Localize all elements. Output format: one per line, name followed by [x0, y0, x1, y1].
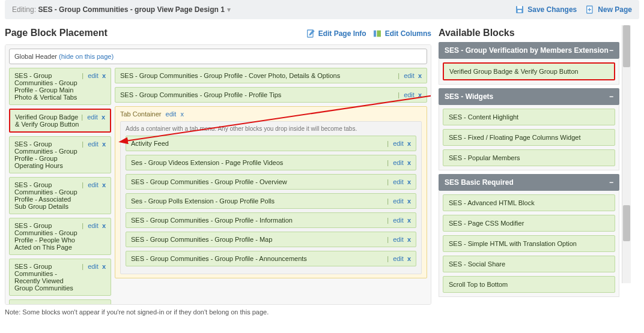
narrow-block[interactable]: SES - Group Communities - Group Profile … — [9, 136, 111, 173]
available-block[interactable]: SES - Social Share — [443, 256, 615, 272]
tab-container-block[interactable]: Tab Container edit x Adds a container wi… — [115, 106, 427, 278]
svg-rect-6 — [377, 31, 381, 37]
footnote: Note: Some blocks won't appear if you're… — [0, 305, 644, 316]
block-edit-link[interactable]: edit — [393, 159, 404, 166]
accordion-header[interactable]: SES - Group Verification by Members Exte… — [439, 42, 619, 59]
scrollbar-thumb[interactable] — [623, 25, 630, 67]
accordion-title: SES - Group Verification by Members Exte… — [445, 46, 609, 55]
block-edit-link[interactable]: edit — [88, 181, 99, 188]
save-button[interactable]: Save Changes — [515, 5, 577, 14]
collapse-icon[interactable]: − — [609, 46, 613, 55]
available-block[interactable]: SES - Page CSS Modifier — [443, 215, 615, 232]
block-label: SES - Group Communities - Recently Viewe… — [14, 263, 80, 292]
block-label: SES - Group Communities - Group Profile … — [131, 255, 385, 262]
left-panel-heading: Page Block Placement — [5, 28, 108, 38]
block-remove-link[interactable]: x — [407, 217, 411, 224]
column-wide[interactable]: SES - Group Communities - Group Profile … — [115, 68, 427, 305]
available-block[interactable]: SES - Fixed / Floating Page Columns Widg… — [443, 129, 615, 146]
tab-block[interactable]: Ses - Group Polls Extension - Group Prof… — [126, 193, 416, 209]
edit-page-info-link[interactable]: Edit Page Info — [306, 29, 366, 38]
block-edit-link[interactable]: edit — [88, 72, 99, 79]
edit-columns-link[interactable]: Edit Columns — [372, 29, 431, 38]
narrow-block[interactable]: SES - Group Communities - Recently Viewe… — [9, 259, 111, 296]
narrow-block[interactable]: SES - Group Communities - Group Profile … — [9, 177, 111, 214]
global-header-block[interactable]: Global Header (hide on this page) — [9, 49, 427, 64]
save-icon — [515, 5, 524, 14]
block-edit-link[interactable]: edit — [404, 72, 415, 79]
tab-container-edit[interactable]: edit — [166, 110, 177, 118]
block-label: SES - Group Communities - Group Profile … — [14, 140, 80, 169]
accordion-body: Verified Group Badge & Verify Group Butt… — [439, 59, 619, 85]
block-remove-link[interactable]: x — [418, 91, 422, 98]
tab-block[interactable]: SES - Group Communities - Group Profile … — [126, 212, 416, 228]
block-remove-link[interactable]: x — [407, 255, 411, 262]
tab-block[interactable]: Activity Feed|editx — [126, 136, 416, 151]
block-edit-link[interactable]: edit — [393, 236, 404, 243]
block-edit-link[interactable]: edit — [393, 178, 404, 185]
column-narrow[interactable]: SES - Group Communities - Group Profile … — [9, 68, 111, 305]
block-edit-link[interactable]: edit — [393, 255, 404, 262]
block-remove-link[interactable]: x — [102, 113, 105, 121]
block-remove-link[interactable]: x — [102, 181, 106, 188]
block-edit-link[interactable]: edit — [393, 197, 404, 205]
available-block[interactable]: SES - Advanced HTML Block — [443, 194, 615, 211]
columns-icon — [372, 29, 382, 38]
available-block[interactable]: SES - Content Highlight — [443, 109, 615, 125]
wide-block[interactable]: SES - Group Communities - Group Profile … — [115, 87, 427, 103]
page-dropdown[interactable]: ▾ — [227, 5, 231, 14]
tab-container-remove[interactable]: x — [180, 110, 184, 118]
block-label: SES - Group Communities - Group Profile … — [131, 217, 385, 224]
block-remove-link[interactable]: x — [418, 72, 422, 79]
svg-rect-1 — [517, 6, 522, 9]
scrollbar-thumb[interactable] — [623, 205, 630, 241]
block-edit-link[interactable]: edit — [88, 140, 99, 148]
block-remove-link[interactable]: x — [102, 263, 106, 270]
block-remove-link[interactable]: x — [407, 140, 411, 147]
narrow-block[interactable]: Verified Group Badge & Verify Group Butt… — [9, 109, 111, 133]
block-remove-link[interactable]: x — [102, 140, 106, 148]
block-label: Activity Feed — [131, 140, 385, 147]
collapse-icon[interactable]: − — [609, 92, 613, 101]
tab-block[interactable]: Ses - Group Videos Extension - Page Prof… — [126, 155, 416, 170]
page-title: SES - Group Communities - group View Pag… — [38, 5, 225, 14]
block-edit-link[interactable]: edit — [404, 91, 415, 98]
right-scrollbar[interactable] — [622, 25, 631, 283]
available-block[interactable]: Scroll Top to Bottom — [443, 276, 615, 293]
tab-block[interactable]: SES - Group Communities - Group Profile … — [126, 174, 416, 190]
accordion-header[interactable]: SES Basic Required− — [439, 174, 619, 191]
tab-block[interactable]: SES - Group Communities - Group Profile … — [126, 251, 416, 266]
narrow-block[interactable]: SES - Group Communities - Group Profile … — [9, 218, 111, 255]
collapse-icon[interactable]: − — [609, 178, 613, 187]
block-remove-link[interactable]: x — [407, 236, 411, 243]
block-label: SES - Group Communities - Group Profile … — [14, 181, 80, 210]
tab-block[interactable]: SES - Group Communities - Group Profile … — [126, 232, 416, 247]
new-page-button[interactable]: New Page — [585, 5, 632, 14]
block-label: SES - Group Communities - Group Profile … — [120, 72, 396, 79]
available-block[interactable]: Verified Group Badge & Verify Group Butt… — [443, 62, 615, 80]
editor-topbar: Editing: SES - Group Communities - group… — [5, 0, 639, 19]
block-edit-link[interactable]: edit — [87, 113, 98, 121]
accordion-body: SES - Content HighlightSES - Fixed / Flo… — [439, 105, 619, 170]
narrow-block[interactable]: SES - Group Communities - Group Profile … — [9, 299, 111, 305]
narrow-block[interactable]: SES - Group Communities - Group Profile … — [9, 68, 111, 105]
block-remove-link[interactable]: x — [407, 178, 411, 185]
block-remove-link[interactable]: x — [102, 304, 106, 305]
block-remove-link[interactable]: x — [407, 159, 411, 166]
block-edit-link[interactable]: edit — [88, 304, 99, 305]
available-block[interactable]: SES - Popular Members — [443, 149, 615, 166]
block-remove-link[interactable]: x — [407, 197, 411, 205]
block-remove-link[interactable]: x — [102, 222, 106, 229]
available-block[interactable]: SES - Simple HTML with Translation Optio… — [443, 235, 615, 252]
new-page-icon — [585, 5, 595, 14]
layout-canvas[interactable]: Global Header (hide on this page) SES - … — [5, 44, 431, 305]
block-edit-link[interactable]: edit — [88, 263, 99, 270]
hide-global-header-link[interactable]: (hide on this page) — [59, 53, 114, 60]
right-panel-heading: Available Blocks — [439, 28, 619, 38]
block-label: SES - Group Communities - Group Profile … — [14, 72, 80, 101]
block-edit-link[interactable]: edit — [393, 217, 404, 224]
wide-block[interactable]: SES - Group Communities - Group Profile … — [115, 68, 427, 83]
block-edit-link[interactable]: edit — [393, 140, 404, 147]
block-remove-link[interactable]: x — [102, 72, 106, 79]
accordion-header[interactable]: SES - Widgets− — [439, 88, 619, 105]
block-edit-link[interactable]: edit — [88, 222, 99, 229]
